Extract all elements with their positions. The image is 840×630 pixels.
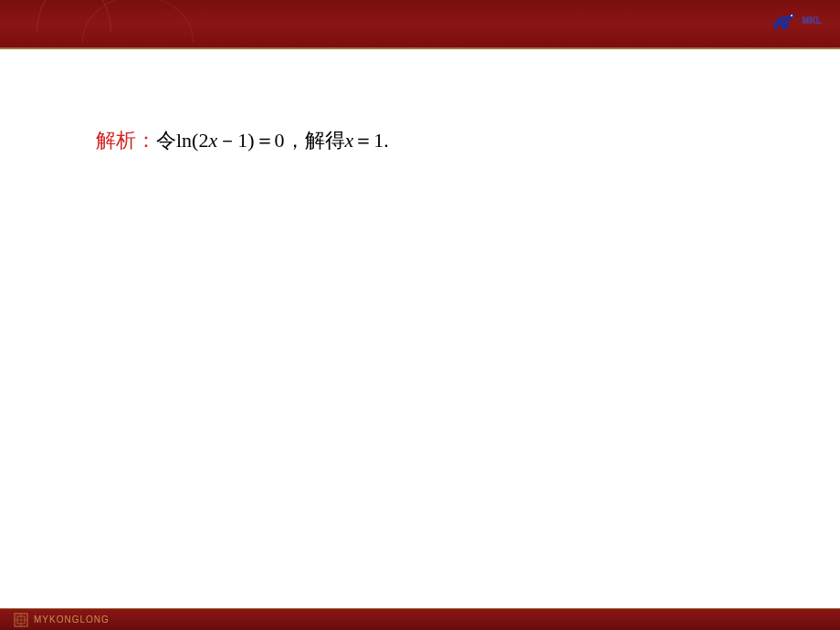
variable-x-2: x bbox=[345, 129, 354, 152]
solution-line: 解析：令ln(2x－1)＝0，解得x＝1. bbox=[96, 122, 749, 159]
variable-x-1: x bbox=[208, 129, 217, 152]
slide-footer-border: MYKONGLONG bbox=[0, 608, 840, 630]
footer-seal-icon bbox=[14, 613, 28, 627]
dinosaur-icon bbox=[769, 7, 798, 33]
footer-watermark: MYKONGLONG bbox=[34, 614, 110, 625]
slide-content: 解析：令ln(2x－1)＝0，解得x＝1. bbox=[0, 49, 840, 195]
solution-label: 解析： bbox=[96, 129, 156, 152]
text-part-1: 令ln(2 bbox=[156, 129, 208, 152]
slide-header-border: MKL bbox=[0, 0, 840, 49]
svg-point-0 bbox=[791, 15, 793, 16]
logo-text: MKL bbox=[802, 16, 822, 26]
text-part-2: －1)＝0，解得 bbox=[217, 129, 344, 152]
text-part-3: ＝1. bbox=[353, 129, 389, 152]
logo-area: MKL bbox=[769, 7, 822, 33]
